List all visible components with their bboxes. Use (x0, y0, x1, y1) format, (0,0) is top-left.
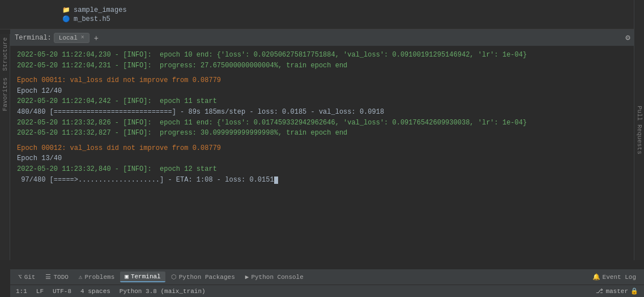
git-tab-icon: ⌥ (18, 273, 22, 281)
branch-icon: ⎇ (596, 287, 603, 295)
python-console-tab-icon: ▶ (245, 273, 249, 281)
python-packages-tab-icon: ⬡ (171, 273, 177, 281)
file-name: sample_images (74, 6, 127, 14)
structure-label[interactable]: Structure (1, 34, 10, 74)
terminal-line: 2022-05-20 11:22:04,242 - [INFO]: epoch … (17, 96, 637, 107)
terminal-line: 2022-05-20 11:23:32,826 - [INFO]: epoch … (17, 118, 637, 128)
tab-python-console[interactable]: ▶Python Console (241, 272, 308, 282)
right-sidebar: Pull Requests (634, 0, 644, 260)
terminal-line (17, 71, 637, 75)
tab-close-icon[interactable]: × (81, 35, 84, 41)
pull-requests-label[interactable]: Pull Requests (636, 106, 643, 154)
git-tab-label: Git (24, 274, 36, 281)
encoding: UTF-8 (53, 288, 71, 295)
file-item-sample-images[interactable]: 📁 sample_images (62, 6, 644, 14)
local-tab[interactable]: Local × (54, 33, 89, 43)
terminal-line: 2022-05-20 11:22:04,231 - [INFO]: progre… (17, 61, 637, 71)
problems-tab-icon: ⚠ (79, 273, 83, 281)
favorites-label[interactable]: Favorites (1, 74, 10, 114)
event-log-tab[interactable]: 🔔Event Log (588, 272, 641, 282)
line-col: 1:1 (16, 288, 27, 295)
left-sidebar: Structure Favorites (0, 34, 10, 260)
file-tree-area: 📁 sample_images 🔵 m_best.h5 (0, 0, 644, 29)
status-bar: 1:1 LF UTF-8 4 spaces Python 3.8 (maix_t… (10, 285, 644, 297)
terminal-line: 97/480 [=====>....................] - ET… (17, 175, 637, 186)
indent: 4 spaces (80, 288, 110, 295)
branch-name: master (605, 288, 628, 295)
python-packages-tab-label: Python Packages (179, 274, 235, 281)
terminal-tab-bar: Terminal: Local × + ⚙ — (10, 29, 644, 46)
event-log-label: Event Log (603, 274, 636, 281)
todo-tab-icon: ☰ (45, 273, 51, 281)
terminal-tab-label: Terminal: (15, 34, 52, 42)
local-tab-name: Local (59, 35, 78, 41)
terminal-container: Terminal: Local × + ⚙ — 2022-05-20 11:22… (10, 29, 644, 297)
terminal-line: 480/480 [=============================] … (17, 107, 637, 118)
terminal-line: 2022-05-20 11:23:32,840 - [INFO]: epoch … (17, 164, 637, 175)
event-log-icon: 🔔 (592, 273, 600, 281)
terminal-line: Epoch 12/40 (17, 86, 637, 97)
terminal-line: Epoch 13/40 (17, 153, 637, 164)
terminal-tab-label: Terminal (131, 273, 161, 280)
tab-python-packages[interactable]: ⬡Python Packages (167, 272, 240, 282)
event-log-area: 🔔Event Log (588, 272, 641, 282)
folder-icon: 📁 (62, 6, 70, 14)
tab-git[interactable]: ⌥Git (14, 272, 40, 282)
tab-terminal[interactable]: ▣Terminal (120, 272, 165, 282)
bottom-tabs: ⌥Git☰TODO⚠Problems▣Terminal⬡Python Packa… (10, 269, 644, 285)
terminal-line: 2022-05-20 11:22:04,230 - [INFO]: epoch … (17, 50, 637, 61)
h5-icon: 🔵 (62, 15, 70, 23)
terminal-line: 2022-05-20 11:23:32,827 - [INFO]: progre… (17, 128, 637, 139)
terminal-tab-icon: ▣ (125, 273, 129, 280)
lock-icon: 🔒 (630, 287, 638, 295)
terminal-line: Epoch 00012: val_loss did not improve fr… (17, 143, 637, 154)
status-bar-right: ⎇ master 🔒 (596, 287, 638, 295)
todo-tab-label: TODO (53, 274, 68, 281)
cursor (274, 177, 278, 184)
file-name: m_best.h5 (74, 15, 110, 23)
new-tab-button[interactable]: + (92, 33, 101, 42)
interpreter[interactable]: Python 3.8 (maix_train) (120, 288, 206, 295)
terminal-line: Epoch 00011: val_loss did not improve fr… (17, 75, 637, 86)
settings-icon[interactable]: ⚙ (625, 33, 630, 42)
branch-info[interactable]: ⎇ master 🔒 (596, 287, 638, 295)
tab-problems[interactable]: ⚠Problems (74, 272, 119, 282)
terminal-line (17, 139, 637, 143)
problems-tab-label: Problems (84, 274, 114, 281)
line-ending: LF (36, 288, 44, 295)
python-console-tab-label: Python Console (251, 274, 303, 281)
terminal-output: 2022-05-20 11:22:04,230 - [INFO]: epoch … (10, 46, 644, 269)
file-item-m-best-h5[interactable]: 🔵 m_best.h5 (62, 15, 644, 23)
tab-todo[interactable]: ☰TODO (41, 272, 72, 282)
